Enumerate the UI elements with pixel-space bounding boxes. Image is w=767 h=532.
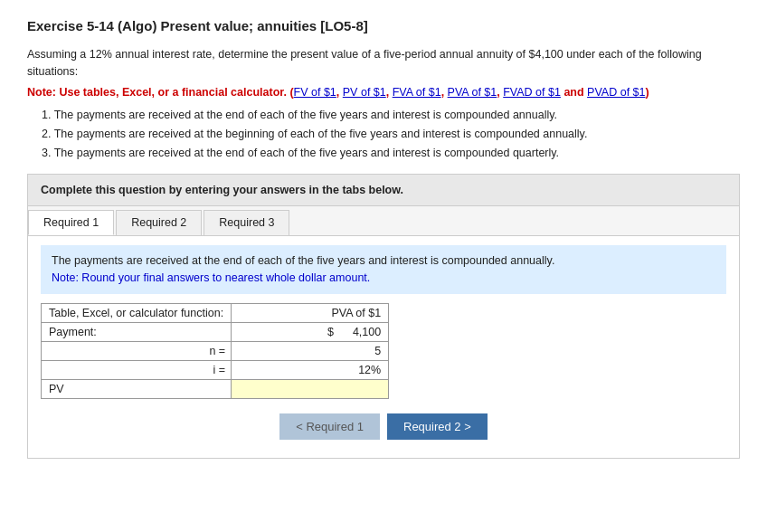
link-pvad[interactable]: PVAD of $1 xyxy=(587,86,645,99)
label-function: Table, Excel, or calculator function: xyxy=(42,303,232,322)
table-row-pv: PV xyxy=(42,379,389,398)
tab-content: The payments are received at the end of … xyxy=(28,236,739,458)
link-fvad[interactable]: FVAD of $1 xyxy=(503,86,561,99)
value-n: 5 xyxy=(232,341,389,360)
tab-required-2[interactable]: Required 2 xyxy=(116,210,202,235)
label-pv: PV xyxy=(42,379,232,398)
table-row-n: n = 5 xyxy=(42,341,389,360)
label-n: n = xyxy=(42,341,232,360)
situation-1: 1. The payments are received at the end … xyxy=(42,106,740,125)
link-pva[interactable]: PVA of $1 xyxy=(448,86,497,99)
label-payment: Payment: xyxy=(42,322,232,341)
description: Assuming a 12% annual interest rate, det… xyxy=(27,46,740,81)
note-links: (FV of $1, PV of $1, FVA of $1, PVA of $… xyxy=(289,86,649,99)
nav-buttons: < Required 1 Required 2 > xyxy=(41,413,726,449)
situation-2: 2. The payments are received at the begi… xyxy=(42,125,740,144)
tab-required-1[interactable]: Required 1 xyxy=(28,210,114,235)
tab-note: Note: Round your final answers to neares… xyxy=(52,271,370,284)
link-fva[interactable]: FVA of $1 xyxy=(393,86,441,99)
value-payment: $ 4,100 xyxy=(232,322,389,341)
prev-button[interactable]: < Required 1 xyxy=(279,413,380,440)
situations-list: 1. The payments are received at the end … xyxy=(42,106,740,164)
table-row-payment: Payment: $ 4,100 xyxy=(42,322,389,341)
next-button[interactable]: Required 2 > xyxy=(387,413,488,440)
complete-banner: Complete this question by entering your … xyxy=(27,174,740,206)
situation-3: 3. The payments are received at the end … xyxy=(42,144,740,163)
info-box: The payments are received at the end of … xyxy=(41,245,726,294)
label-i: i = xyxy=(42,360,232,379)
payment-dollar: $ xyxy=(327,326,334,338)
table-row-header: Table, Excel, or calculator function: PV… xyxy=(42,303,389,322)
note-red: Note: Use tables, Excel, or a financial … xyxy=(27,86,740,99)
tabs-row: Required 1 Required 2 Required 3 xyxy=(28,206,739,236)
tabs-container: Required 1 Required 2 Required 3 The pay… xyxy=(27,206,740,459)
tab-description: The payments are received at the end of … xyxy=(52,254,554,267)
value-function: PVA of $1 xyxy=(232,303,389,322)
value-i: 12% xyxy=(232,360,389,379)
pv-input-cell[interactable] xyxy=(232,379,389,398)
note-label: Note: Use tables, Excel, or a financial … xyxy=(27,86,287,99)
calc-table: Table, Excel, or calculator function: PV… xyxy=(41,303,389,399)
tab-required-3[interactable]: Required 3 xyxy=(204,210,289,235)
pv-input[interactable] xyxy=(239,383,381,395)
link-pv[interactable]: PV of $1 xyxy=(343,86,386,99)
link-fv[interactable]: FV of $1 xyxy=(294,86,336,99)
payment-amount: 4,100 xyxy=(353,326,381,338)
exercise-title: Exercise 5-14 (Algo) Present value; annu… xyxy=(27,18,740,33)
table-row-i: i = 12% xyxy=(42,360,389,379)
